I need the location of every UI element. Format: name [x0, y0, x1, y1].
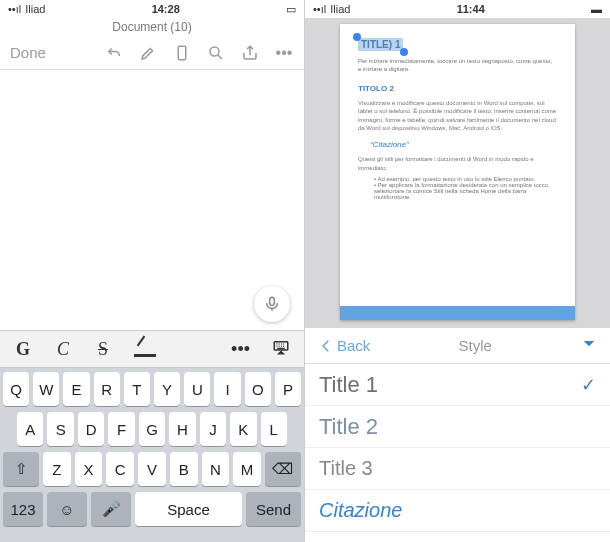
page-footer	[340, 306, 575, 320]
key-x[interactable]: X	[75, 452, 103, 486]
key-emoji[interactable]: ☺	[47, 492, 87, 526]
document-canvas[interactable]	[0, 70, 304, 330]
carrier-label: Iliad	[25, 3, 45, 15]
paragraph: Questi gli stili per formattare i docume…	[358, 155, 557, 172]
key-n[interactable]: N	[202, 452, 230, 486]
key-backspace[interactable]: ⌫	[265, 452, 301, 486]
style-label: Title 2	[319, 414, 378, 440]
key-send[interactable]: Send	[246, 492, 301, 526]
key-row-2: A S D F G H J K L	[3, 412, 301, 446]
panel-title: Style	[370, 337, 580, 354]
share-icon[interactable]	[240, 43, 260, 63]
italic-button[interactable]: C	[54, 339, 72, 360]
style-label: Title 1	[319, 372, 378, 398]
signal-icon: ••ıl	[313, 3, 326, 15]
key-space[interactable]: Space	[135, 492, 242, 526]
key-b[interactable]: B	[170, 452, 198, 486]
status-bar: ••ıl Iliad 14:28 ▭	[0, 0, 304, 18]
format-toolbar: G C S •••	[0, 330, 304, 368]
key-row-4: 123 ☺ 🎤 Space Send	[3, 492, 301, 526]
style-label: Title 3	[319, 457, 373, 480]
key-q[interactable]: Q	[3, 372, 29, 406]
key-mic[interactable]: 🎤	[91, 492, 131, 526]
collapse-button[interactable]	[580, 335, 598, 357]
svg-rect-2	[270, 297, 275, 305]
key-a[interactable]: A	[17, 412, 43, 446]
keyboard-toggle-icon[interactable]	[272, 338, 290, 361]
chevron-down-icon	[580, 335, 598, 353]
key-m[interactable]: M	[233, 452, 261, 486]
search-icon[interactable]	[206, 43, 226, 63]
battery-icon: ▬	[591, 3, 602, 15]
style-list: Title 1 ✓ Title 2 Title 3 Citazione	[305, 364, 610, 532]
style-citation[interactable]: Citazione	[305, 490, 610, 532]
document-title: Document (10)	[0, 18, 304, 36]
key-j[interactable]: J	[200, 412, 226, 446]
key-s[interactable]: S	[47, 412, 73, 446]
carrier-label: Iliad	[330, 3, 350, 15]
page: TITLE) 1 Per iniziare immediatamente, to…	[340, 24, 575, 320]
pen-icon[interactable]	[138, 43, 158, 63]
key-shift[interactable]: ⇧	[3, 452, 39, 486]
chevron-left-icon	[317, 337, 335, 355]
keyboard: Q W E R T Y U I O P A S D F G H J K L ⇧ …	[0, 368, 304, 542]
quote-text: “Citazione”	[370, 140, 557, 149]
status-bar: ••ıl Iliad 11:44 ▬	[305, 0, 610, 18]
device-icon[interactable]	[172, 43, 192, 63]
done-button[interactable]: Done	[10, 44, 46, 61]
heading-2: TITOLO 2	[358, 84, 557, 93]
list-item: Per applicare la formattazione desiderat…	[374, 182, 557, 200]
style-title-1[interactable]: Title 1 ✓	[305, 364, 610, 406]
svg-rect-0	[178, 46, 186, 60]
bold-button[interactable]: G	[14, 339, 32, 360]
back-label: Back	[337, 337, 370, 354]
battery-icon: ▭	[286, 3, 296, 16]
back-button[interactable]: Back	[317, 337, 370, 355]
checkmark-icon: ✓	[581, 374, 596, 396]
style-title-3[interactable]: Title 3	[305, 448, 610, 490]
key-z[interactable]: Z	[43, 452, 71, 486]
style-pane: ••ıl Iliad 11:44 ▬ TITLE) 1 Per iniziare…	[305, 0, 610, 542]
document-preview[interactable]: TITLE) 1 Per iniziare immediatamente, to…	[305, 18, 610, 328]
key-row-3: ⇧ Z X C V B N M ⌫	[3, 452, 301, 486]
paragraph: Per iniziare immediatamente, toccare un …	[358, 57, 557, 74]
key-v[interactable]: V	[138, 452, 166, 486]
signal-icon: ••ıl	[8, 3, 21, 15]
bullet-list: Ad esempio, per questo testo in uso lo s…	[374, 176, 557, 200]
highlight-button[interactable]	[134, 341, 156, 357]
svg-point-1	[210, 47, 219, 56]
key-k[interactable]: K	[230, 412, 256, 446]
more-icon[interactable]: •••	[274, 43, 294, 63]
key-row-1: Q W E R T Y U I O P	[3, 372, 301, 406]
key-d[interactable]: D	[78, 412, 104, 446]
key-y[interactable]: Y	[154, 372, 180, 406]
key-g[interactable]: G	[139, 412, 165, 446]
key-p[interactable]: P	[275, 372, 301, 406]
top-toolbar: Done •••	[0, 36, 304, 70]
key-c[interactable]: C	[106, 452, 134, 486]
key-o[interactable]: O	[245, 372, 271, 406]
strike-button[interactable]: S	[94, 339, 112, 360]
key-f[interactable]: F	[108, 412, 134, 446]
key-h[interactable]: H	[169, 412, 195, 446]
style-title-2[interactable]: Title 2	[305, 406, 610, 448]
style-nav-bar: Back Style	[305, 328, 610, 364]
clock: 14:28	[45, 3, 286, 15]
dictation-button[interactable]	[254, 286, 290, 322]
key-numbers[interactable]: 123	[3, 492, 43, 526]
style-label: Citazione	[319, 499, 402, 522]
undo-icon[interactable]	[104, 43, 124, 63]
paragraph: Visualizzare e modificare questo documen…	[358, 99, 557, 133]
editor-pane: ••ıl Iliad 14:28 ▭ Document (10) Done ••…	[0, 0, 305, 542]
key-w[interactable]: W	[33, 372, 59, 406]
key-e[interactable]: E	[63, 372, 89, 406]
key-i[interactable]: I	[214, 372, 240, 406]
key-l[interactable]: L	[261, 412, 287, 446]
more-format-button[interactable]: •••	[231, 339, 250, 360]
key-r[interactable]: R	[94, 372, 120, 406]
key-t[interactable]: T	[124, 372, 150, 406]
selected-title-text[interactable]: TITLE) 1	[358, 38, 403, 51]
clock: 11:44	[350, 3, 591, 15]
key-u[interactable]: U	[184, 372, 210, 406]
